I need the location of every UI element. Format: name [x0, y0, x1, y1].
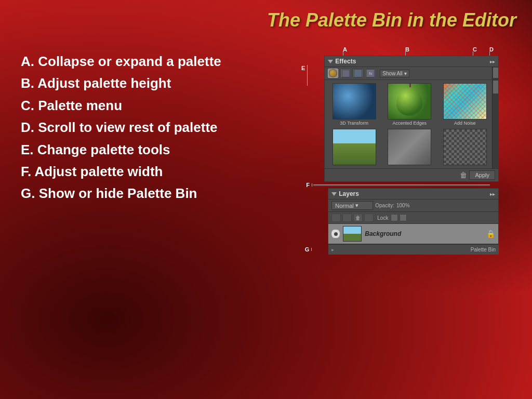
- f-line: [312, 183, 312, 187]
- palette-bin-label: Palette Bin: [471, 247, 496, 252]
- tool-fx[interactable]: fx: [365, 69, 376, 78]
- square-icon: [342, 70, 350, 77]
- effects-panel-header[interactable]: Effects ▸▸: [325, 56, 498, 67]
- thumb-noise-img: [443, 83, 487, 119]
- blend-mode-dropdown[interactable]: Normal ▾: [331, 201, 373, 210]
- apply-button[interactable]: Apply: [469, 170, 495, 180]
- opacity-value: 100%: [396, 203, 410, 208]
- show-all-dropdown[interactable]: Show All ▾: [380, 70, 409, 77]
- opacity-label: Opacity:: [375, 203, 394, 208]
- effects-header-right: ▸▸: [490, 59, 495, 64]
- thumb-r2-2-img: [388, 129, 431, 165]
- thumb-r2-2-visual: [388, 129, 431, 165]
- thumb-noise-label: Add Noise: [454, 121, 476, 126]
- apple-shape: [396, 87, 422, 116]
- trash-icon[interactable]: 🗑: [460, 171, 467, 179]
- layer-thumb-visual: [343, 227, 361, 241]
- thumbs-grid: 3D Transform: [325, 80, 498, 168]
- thumbs-wrapper: 3D Transform: [325, 80, 498, 168]
- top-labels-row: A B C D: [317, 44, 494, 56]
- page-title: The Palette Bin in the Editor: [0, 0, 532, 36]
- list-item-g: G. Show or hide Palette Bin: [21, 184, 291, 203]
- g-bar-row: G ▸ Palette Bin: [301, 244, 499, 255]
- list-item-f: F. Adjust palette width: [21, 162, 291, 181]
- list-section: A. Collapse or expand a palette B. Adjus…: [21, 47, 291, 389]
- thumb-r2-3-img: [443, 129, 487, 165]
- delete-icon-symbol: 🗑: [355, 215, 361, 221]
- layers-toolbar: 🗑 Lock: [328, 212, 498, 224]
- layer-new-icon[interactable]: [331, 214, 341, 222]
- collapse-icon: [328, 60, 333, 63]
- thumb-ae-img: [388, 83, 431, 119]
- lock-label: Lock: [377, 215, 388, 221]
- palette-bin-bar[interactable]: ▸ Palette Bin: [328, 244, 499, 255]
- dropdown-arrow: ▾: [404, 71, 407, 76]
- list-item-d: D. Scroll to view rest of palette: [21, 118, 291, 137]
- layers-header[interactable]: Layers ▸▸: [328, 189, 498, 200]
- custom-icon: [354, 69, 362, 77]
- layers-title-text: Layers: [339, 190, 359, 197]
- label-e: E: [301, 65, 305, 71]
- blend-dropdown-arrow: ▾: [355, 202, 358, 209]
- lock-icon-2[interactable]: [400, 214, 407, 221]
- list-item-e: E. Change palette tools: [21, 140, 291, 159]
- layers-collapse-icon: [331, 192, 337, 196]
- f-separator-row: F: [301, 182, 499, 188]
- width-adjuster[interactable]: [313, 184, 490, 186]
- effects-row: E Effects ▸▸: [301, 56, 499, 182]
- label-d: D: [489, 46, 494, 52]
- layers-double-arrow: ▸▸: [490, 191, 495, 197]
- ui-screenshot: A B C D E: [301, 44, 522, 389]
- tool-custom[interactable]: [353, 69, 363, 78]
- tool-square[interactable]: [340, 69, 351, 78]
- layer-row-background[interactable]: Background 🔒: [328, 224, 498, 244]
- circle-icon: [329, 69, 337, 77]
- eye-pupil: [334, 232, 338, 236]
- layer-name-text: Background: [365, 230, 401, 237]
- layers-row: Layers ▸▸ Normal ▾ Opacity: 100%: [301, 188, 499, 244]
- grid-scrollbar-thumb: [493, 81, 498, 94]
- layer-delete-icon[interactable]: 🗑: [353, 214, 363, 222]
- thumb-r2-1[interactable]: [328, 129, 380, 165]
- thumb-r2-2[interactable]: [383, 129, 436, 165]
- content-area: The Palette Bin in the Editor A. Collaps…: [0, 0, 532, 399]
- scrollbar-thumb: [493, 68, 498, 78]
- visibility-eye[interactable]: [331, 230, 340, 238]
- thumb-add-noise[interactable]: Add Noise: [438, 83, 491, 126]
- layer-link-icon[interactable]: [364, 214, 374, 222]
- layers-panel: Layers ▸▸ Normal ▾ Opacity: 100%: [328, 188, 499, 244]
- panel-wrapper: A B C D E: [301, 44, 499, 255]
- palette-bin-arrow: ▸: [331, 247, 334, 252]
- thumb-ae-label: Accented Edges: [392, 121, 427, 126]
- thumb-r2-1-img: [332, 129, 376, 165]
- apple-stem: [409, 83, 411, 87]
- layer-adjust-icon[interactable]: [342, 214, 352, 222]
- effects-panel: Effects ▸▸: [324, 56, 499, 182]
- effects-scrollbar[interactable]: [492, 67, 498, 79]
- lock-checkbox[interactable]: [391, 214, 398, 221]
- thumb-r2-3-visual: [444, 129, 486, 165]
- effects-label-wrapper: E: [301, 56, 309, 86]
- thumb-3d-visual: [333, 84, 376, 119]
- main-area: A. Collapse or expand a palette B. Adjus…: [0, 36, 532, 394]
- label-f: F: [301, 182, 310, 188]
- thumb-3d-label: 3D Transform: [340, 121, 368, 126]
- thumb-accented-edges[interactable]: Accented Edges: [383, 83, 436, 126]
- effects-title-text: Effects: [335, 58, 356, 65]
- label-b: B: [405, 46, 409, 52]
- effects-title: Effects: [328, 58, 356, 65]
- double-arrow-icon: ▸▸: [490, 59, 495, 64]
- label-c: C: [473, 46, 477, 52]
- tool-circle[interactable]: [328, 69, 338, 78]
- blend-mode-label: Normal: [335, 203, 353, 209]
- layers-title: Layers: [331, 190, 359, 197]
- thumb-3d-transform[interactable]: 3D Transform: [328, 83, 380, 126]
- thumb-noise-visual: [444, 84, 486, 119]
- e-line: [307, 65, 308, 86]
- thumb-r2-3[interactable]: [438, 129, 491, 165]
- list-item-c: C. Palette menu: [21, 96, 291, 115]
- list-item-b: B. Adjust palette height: [21, 74, 291, 92]
- grid-scrollbar[interactable]: [492, 80, 498, 168]
- layer-thumbnail: [343, 226, 362, 242]
- thumb-ae-visual: [388, 84, 431, 119]
